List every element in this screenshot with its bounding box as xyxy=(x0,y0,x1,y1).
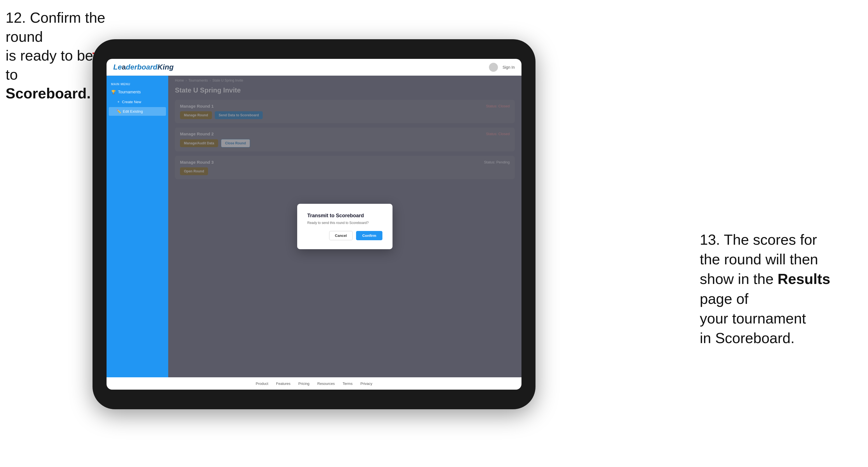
sidebar-tournaments-label: Tournaments xyxy=(118,90,141,94)
avatar xyxy=(489,63,498,72)
modal-title: Transmit to Scoreboard xyxy=(307,213,382,219)
tablet-device: LeaderboardKing Sign In MAIN MENU 🏆 Tour… xyxy=(93,39,535,409)
instruction-b-bold: Results xyxy=(778,271,831,287)
instruction-line3: Scoreboard. xyxy=(6,85,91,101)
modal-subtitle: Ready to send this round to Scoreboard? xyxy=(307,221,382,225)
sidebar-item-create-new[interactable]: ＋ Create New xyxy=(106,97,168,106)
modal-confirm-button[interactable]: Confirm xyxy=(356,231,382,240)
instruction-b-line4: page of xyxy=(700,291,749,307)
main-area: MAIN MENU 🏆 Tournaments ＋ Create New ✏️ … xyxy=(106,76,522,377)
footer-link-resources[interactable]: Resources xyxy=(317,381,335,386)
instruction-b-line3: show in the xyxy=(700,271,774,287)
instruction-b-line1: 13. The scores for xyxy=(700,231,817,248)
instruction-b-line2: the round will then xyxy=(700,251,818,268)
sidebar-edit-existing-label: Edit Existing xyxy=(123,109,143,114)
modal-backdrop: Transmit to Scoreboard Ready to send thi… xyxy=(168,76,522,377)
sidebar-create-new-label: Create New xyxy=(122,100,141,104)
instruction-b-line6: in Scoreboard. xyxy=(700,330,795,346)
modal-cancel-button[interactable]: Cancel xyxy=(329,231,353,240)
content-area: Home › Tournaments › State U Spring Invi… xyxy=(168,76,522,377)
footer-link-privacy[interactable]: Privacy xyxy=(360,381,372,386)
footer-link-terms[interactable]: Terms xyxy=(343,381,352,386)
nav-right: Sign In xyxy=(489,63,515,72)
footer-link-product[interactable]: Product xyxy=(256,381,268,386)
trophy-icon: 🏆 xyxy=(111,90,116,94)
app-wrapper: LeaderboardKing Sign In MAIN MENU 🏆 Tour… xyxy=(106,59,522,390)
logo-area: LeaderboardKing xyxy=(113,63,174,71)
transmit-modal: Transmit to Scoreboard Ready to send thi… xyxy=(297,204,393,249)
instruction-bottom: 13. The scores for the round will then s… xyxy=(700,230,862,348)
app-footer: Product Features Pricing Resources Terms… xyxy=(106,377,522,390)
instruction-b-line5: your tournament xyxy=(700,310,806,326)
tablet-screen: LeaderboardKing Sign In MAIN MENU 🏆 Tour… xyxy=(106,59,522,390)
sidebar-item-tournaments[interactable]: 🏆 Tournaments xyxy=(106,87,168,97)
sidebar-menu-label: MAIN MENU xyxy=(106,80,168,87)
edit-icon: ✏️ xyxy=(117,109,121,114)
sign-in-link[interactable]: Sign In xyxy=(502,65,515,69)
footer-link-pricing[interactable]: Pricing xyxy=(298,381,310,386)
footer-link-features[interactable]: Features xyxy=(276,381,290,386)
logo: LeaderboardKing xyxy=(113,63,174,71)
instruction-line1: 12. Confirm the round xyxy=(6,9,105,45)
modal-actions: Cancel Confirm xyxy=(307,231,382,240)
sidebar: MAIN MENU 🏆 Tournaments ＋ Create New ✏️ … xyxy=(106,76,168,377)
top-nav: LeaderboardKing Sign In xyxy=(106,59,522,76)
plus-icon: ＋ xyxy=(117,99,120,104)
sidebar-item-edit-existing[interactable]: ✏️ Edit Existing xyxy=(109,107,166,116)
